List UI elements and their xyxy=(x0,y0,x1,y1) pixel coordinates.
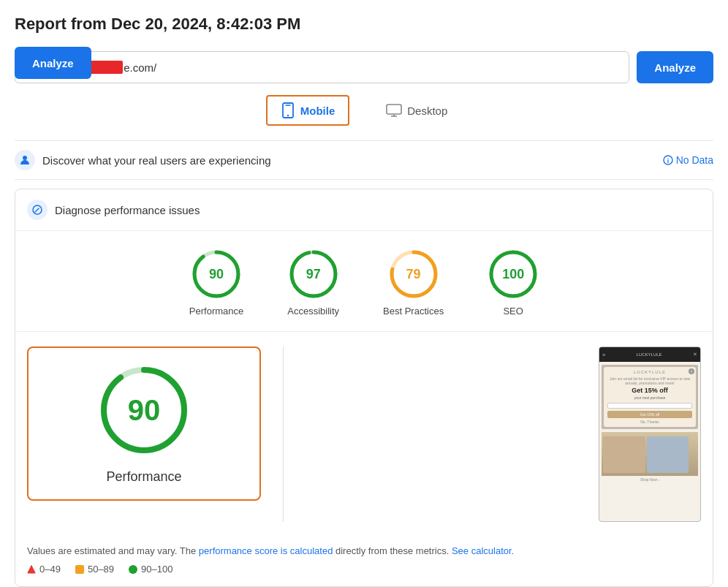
real-users-section: Discover what your real users are experi… xyxy=(15,140,713,180)
popup-box: × LUCKYLULE Join our email list for excl… xyxy=(604,367,696,427)
diagnose-label: Diagnose performance issues xyxy=(55,204,200,216)
legend-orange-label: 50–89 xyxy=(88,564,114,575)
popup-sub: your next purchase xyxy=(607,395,692,400)
info-icon: i xyxy=(663,155,673,165)
seo-circle: 100 xyxy=(488,249,539,300)
screenshot-body: × LUCKYLULE Join our email list for excl… xyxy=(599,362,700,485)
legend-row: 0–49 50–89 90–100 xyxy=(27,564,701,575)
legend-green: 90–100 xyxy=(129,564,172,575)
footer-middle-text: directly from these metrics. xyxy=(333,545,452,556)
seo-value: 100 xyxy=(502,267,524,282)
svg-point-6 xyxy=(23,156,27,160)
accessibility-circle: 97 xyxy=(288,249,339,300)
legend-red: 0–49 xyxy=(27,564,61,575)
best-practices-label: Best Practices xyxy=(383,306,444,317)
diagnose-icon xyxy=(27,200,48,220)
popup-headline: Get 15% off xyxy=(607,387,692,394)
screenshot-mock: ≡ LUCKYLULE ✕ × LUCKYLULE Join our email… xyxy=(599,346,701,522)
seo-label: SEO xyxy=(503,306,523,317)
popup-overlay: × LUCKYLULE Join our email list for excl… xyxy=(602,365,698,429)
popup-logo: LUCKYLULE xyxy=(607,370,692,374)
popup-tagline: Join our email list for exclusive VIP ac… xyxy=(607,376,692,385)
mobile-icon xyxy=(281,102,295,118)
image-person-1 xyxy=(603,436,645,473)
tab-mobile[interactable]: Mobile xyxy=(266,95,350,126)
legend-green-icon xyxy=(129,565,137,574)
best-practices-circle: 79 xyxy=(388,249,439,300)
screenshot-close: ✕ xyxy=(693,352,697,357)
legend-red-label: 0–49 xyxy=(39,564,61,575)
gauge-icon xyxy=(31,204,43,216)
score-performance[interactable]: 90 Performance xyxy=(189,249,243,317)
accessibility-value: 97 xyxy=(306,267,321,282)
no-data-link[interactable]: i No Data xyxy=(663,154,713,166)
vertical-divider xyxy=(283,346,284,522)
popup-close-btn: × xyxy=(689,368,694,374)
svg-rect-3 xyxy=(387,105,401,114)
popup-input xyxy=(607,403,692,409)
svg-point-1 xyxy=(287,115,289,116)
device-tabs: Mobile Desktop xyxy=(15,95,713,126)
performance-value: 90 xyxy=(209,267,224,282)
screenshot-brand: LUCKYLULE xyxy=(607,352,691,357)
legend-orange-icon xyxy=(75,565,84,574)
real-users-icon xyxy=(15,150,35,170)
tab-desktop[interactable]: Desktop xyxy=(371,96,462,124)
accessibility-label: Accessibility xyxy=(287,306,339,317)
report-title: Report from Dec 20, 2024, 8:42:03 PM xyxy=(15,15,713,34)
perf-card-title: Performance xyxy=(106,469,181,485)
legend-green-label: 90–100 xyxy=(141,564,172,575)
mobile-tab-label: Mobile xyxy=(300,105,335,117)
real-users-label: Discover what your real users are experi… xyxy=(42,154,271,167)
diagnose-section: Diagnose performance issues 90 Performan… xyxy=(15,189,713,587)
popup-cta: Get 15% off xyxy=(607,411,692,418)
footer-info: Values are estimated and may vary. The p… xyxy=(15,537,713,586)
image-person-2 xyxy=(647,436,689,473)
analyze-button[interactable]: Analyze xyxy=(15,47,91,79)
score-accessibility[interactable]: 97 Accessibility xyxy=(287,249,339,317)
score-best-practices[interactable]: 79 Best Practices xyxy=(383,249,444,317)
users-icon xyxy=(19,154,31,166)
no-data-label: No Data xyxy=(676,154,713,166)
desktop-icon xyxy=(386,104,402,117)
best-practices-value: 79 xyxy=(406,267,421,282)
url-bar: Analyze xyxy=(15,47,713,79)
detail-section: 90 Performance ≡ LUCKYLULE ✕ xyxy=(15,332,713,537)
perf-score-link[interactable]: performance score is calculated xyxy=(199,545,333,556)
screenshot-cta-bar: Shop Now › xyxy=(602,477,698,482)
screenshot-nav: ≡ xyxy=(602,352,605,357)
svg-text:i: i xyxy=(667,157,669,164)
screenshot-bottom-image xyxy=(602,432,698,476)
performance-circle: 90 xyxy=(191,249,242,300)
diagnose-header: Diagnose performance issues xyxy=(15,189,713,231)
screenshot-area: ≡ LUCKYLULE ✕ × LUCKYLULE Join our email… xyxy=(306,346,701,522)
performance-card[interactable]: 90 Performance xyxy=(27,346,261,501)
big-score-value: 90 xyxy=(128,394,161,427)
big-score-circle: 90 xyxy=(96,363,192,458)
real-users-left: Discover what your real users are experi… xyxy=(15,150,271,170)
performance-label: Performance xyxy=(189,306,243,317)
footer-values-text: Values are estimated and may vary. The xyxy=(27,545,199,556)
desktop-tab-label: Desktop xyxy=(407,105,447,117)
scores-row: 90 Performance 97 Accessibility xyxy=(15,231,713,332)
legend-red-icon xyxy=(27,565,36,574)
calculator-link[interactable]: See calculator. xyxy=(452,545,514,556)
footer-text: Values are estimated and may vary. The p… xyxy=(27,545,701,556)
popup-skip: No, Thanks xyxy=(607,420,692,424)
screenshot-top-bar: ≡ LUCKYLULE ✕ xyxy=(599,347,700,362)
legend-orange: 50–89 xyxy=(75,564,114,575)
score-seo[interactable]: 100 SEO xyxy=(488,249,539,317)
